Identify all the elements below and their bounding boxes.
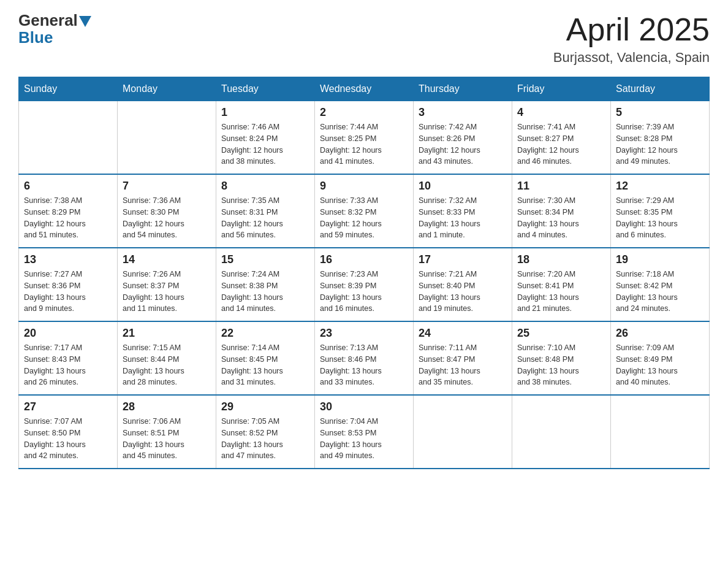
calendar-cell: 4Sunrise: 7:41 AM Sunset: 8:27 PM Daylig… (512, 101, 611, 175)
calendar-cell: 5Sunrise: 7:39 AM Sunset: 8:28 PM Daylig… (611, 101, 710, 175)
day-info: Sunrise: 7:27 AM Sunset: 8:36 PM Dayligh… (24, 269, 112, 315)
day-number: 11 (517, 180, 605, 193)
weekday-header-row: Sunday Monday Tuesday Wednesday Thursday… (19, 77, 710, 101)
title-area: April 2025 Burjassot, Valencia, Spain (553, 12, 710, 66)
day-info: Sunrise: 7:18 AM Sunset: 8:42 PM Dayligh… (616, 269, 704, 315)
day-number: 14 (123, 253, 211, 266)
month-title: April 2025 (553, 12, 710, 47)
day-info: Sunrise: 7:09 AM Sunset: 8:49 PM Dayligh… (616, 342, 704, 388)
day-number: 22 (221, 327, 309, 340)
logo-blue-text: Blue (18, 28, 53, 47)
header-friday: Friday (512, 77, 611, 101)
calendar-cell (611, 395, 710, 469)
day-number: 9 (320, 180, 408, 193)
day-number: 15 (221, 253, 309, 266)
day-info: Sunrise: 7:26 AM Sunset: 8:37 PM Dayligh… (123, 269, 211, 315)
day-number: 10 (419, 180, 507, 193)
day-info: Sunrise: 7:44 AM Sunset: 8:25 PM Dayligh… (320, 121, 408, 167)
day-number: 12 (616, 180, 704, 193)
day-info: Sunrise: 7:04 AM Sunset: 8:53 PM Dayligh… (320, 416, 408, 462)
header-thursday: Thursday (414, 77, 512, 101)
calendar-cell: 6Sunrise: 7:38 AM Sunset: 8:29 PM Daylig… (19, 174, 118, 248)
calendar-cell: 28Sunrise: 7:06 AM Sunset: 8:51 PM Dayli… (118, 395, 216, 469)
day-number: 6 (24, 180, 112, 193)
calendar-cell: 23Sunrise: 7:13 AM Sunset: 8:46 PM Dayli… (315, 321, 414, 395)
day-info: Sunrise: 7:23 AM Sunset: 8:39 PM Dayligh… (320, 269, 408, 315)
header-tuesday: Tuesday (216, 77, 315, 101)
day-number: 17 (419, 253, 507, 266)
calendar-cell: 10Sunrise: 7:32 AM Sunset: 8:33 PM Dayli… (414, 174, 512, 248)
day-number: 1 (221, 106, 309, 119)
day-number: 23 (320, 327, 408, 340)
logo-triangle-icon (79, 16, 91, 27)
day-info: Sunrise: 7:32 AM Sunset: 8:33 PM Dayligh… (419, 195, 507, 241)
calendar-cell: 21Sunrise: 7:15 AM Sunset: 8:44 PM Dayli… (118, 321, 216, 395)
calendar-cell: 1Sunrise: 7:46 AM Sunset: 8:24 PM Daylig… (216, 101, 315, 175)
calendar-cell: 8Sunrise: 7:35 AM Sunset: 8:31 PM Daylig… (216, 174, 315, 248)
day-number: 25 (517, 327, 605, 340)
calendar-cell (118, 101, 216, 175)
calendar-cell: 3Sunrise: 7:42 AM Sunset: 8:26 PM Daylig… (414, 101, 512, 175)
day-info: Sunrise: 7:24 AM Sunset: 8:38 PM Dayligh… (221, 269, 309, 315)
day-info: Sunrise: 7:38 AM Sunset: 8:29 PM Dayligh… (24, 195, 112, 241)
day-number: 21 (123, 327, 211, 340)
day-number: 18 (517, 253, 605, 266)
calendar-week-4: 20Sunrise: 7:17 AM Sunset: 8:43 PM Dayli… (19, 321, 710, 395)
calendar-cell (512, 395, 611, 469)
day-number: 29 (221, 400, 309, 413)
day-number: 3 (419, 106, 507, 119)
calendar-cell: 15Sunrise: 7:24 AM Sunset: 8:38 PM Dayli… (216, 248, 315, 321)
calendar-cell: 12Sunrise: 7:29 AM Sunset: 8:35 PM Dayli… (611, 174, 710, 248)
day-number: 4 (517, 106, 605, 119)
calendar-week-1: 1Sunrise: 7:46 AM Sunset: 8:24 PM Daylig… (19, 101, 710, 175)
calendar-cell: 26Sunrise: 7:09 AM Sunset: 8:49 PM Dayli… (611, 321, 710, 395)
calendar-cell: 14Sunrise: 7:26 AM Sunset: 8:37 PM Dayli… (118, 248, 216, 321)
day-info: Sunrise: 7:05 AM Sunset: 8:52 PM Dayligh… (221, 416, 309, 462)
calendar-week-5: 27Sunrise: 7:07 AM Sunset: 8:50 PM Dayli… (19, 395, 710, 469)
day-info: Sunrise: 7:13 AM Sunset: 8:46 PM Dayligh… (320, 342, 408, 388)
calendar-cell: 18Sunrise: 7:20 AM Sunset: 8:41 PM Dayli… (512, 248, 611, 321)
calendar-week-2: 6Sunrise: 7:38 AM Sunset: 8:29 PM Daylig… (19, 174, 710, 248)
day-number: 8 (221, 180, 309, 193)
header-sunday: Sunday (19, 77, 118, 101)
day-info: Sunrise: 7:46 AM Sunset: 8:24 PM Dayligh… (221, 121, 309, 167)
day-info: Sunrise: 7:33 AM Sunset: 8:32 PM Dayligh… (320, 195, 408, 241)
calendar-cell: 9Sunrise: 7:33 AM Sunset: 8:32 PM Daylig… (315, 174, 414, 248)
calendar-table: Sunday Monday Tuesday Wednesday Thursday… (18, 77, 710, 469)
calendar-cell: 19Sunrise: 7:18 AM Sunset: 8:42 PM Dayli… (611, 248, 710, 321)
day-number: 24 (419, 327, 507, 340)
day-number: 5 (616, 106, 704, 119)
calendar-week-3: 13Sunrise: 7:27 AM Sunset: 8:36 PM Dayli… (19, 248, 710, 321)
day-number: 2 (320, 106, 408, 119)
calendar-cell (414, 395, 512, 469)
header-wednesday: Wednesday (315, 77, 414, 101)
day-info: Sunrise: 7:11 AM Sunset: 8:47 PM Dayligh… (419, 342, 507, 388)
day-info: Sunrise: 7:17 AM Sunset: 8:43 PM Dayligh… (24, 342, 112, 388)
logo: General Blue (18, 12, 93, 47)
calendar-cell: 25Sunrise: 7:10 AM Sunset: 8:48 PM Dayli… (512, 321, 611, 395)
calendar-cell: 13Sunrise: 7:27 AM Sunset: 8:36 PM Dayli… (19, 248, 118, 321)
day-info: Sunrise: 7:42 AM Sunset: 8:26 PM Dayligh… (419, 121, 507, 167)
calendar-cell: 7Sunrise: 7:36 AM Sunset: 8:30 PM Daylig… (118, 174, 216, 248)
day-number: 16 (320, 253, 408, 266)
header-saturday: Saturday (611, 77, 710, 101)
day-info: Sunrise: 7:39 AM Sunset: 8:28 PM Dayligh… (616, 121, 704, 167)
day-info: Sunrise: 7:10 AM Sunset: 8:48 PM Dayligh… (517, 342, 605, 388)
calendar-cell (19, 101, 118, 175)
day-info: Sunrise: 7:29 AM Sunset: 8:35 PM Dayligh… (616, 195, 704, 241)
day-number: 30 (320, 400, 408, 413)
calendar-cell: 24Sunrise: 7:11 AM Sunset: 8:47 PM Dayli… (414, 321, 512, 395)
day-number: 19 (616, 253, 704, 266)
calendar-cell: 22Sunrise: 7:14 AM Sunset: 8:45 PM Dayli… (216, 321, 315, 395)
day-info: Sunrise: 7:15 AM Sunset: 8:44 PM Dayligh… (123, 342, 211, 388)
calendar-cell: 29Sunrise: 7:05 AM Sunset: 8:52 PM Dayli… (216, 395, 315, 469)
day-info: Sunrise: 7:14 AM Sunset: 8:45 PM Dayligh… (221, 342, 309, 388)
location-title: Burjassot, Valencia, Spain (553, 50, 710, 66)
day-number: 28 (123, 400, 211, 413)
page-header: General Blue April 2025 Burjassot, Valen… (18, 12, 710, 66)
calendar-cell: 27Sunrise: 7:07 AM Sunset: 8:50 PM Dayli… (19, 395, 118, 469)
day-info: Sunrise: 7:35 AM Sunset: 8:31 PM Dayligh… (221, 195, 309, 241)
day-number: 13 (24, 253, 112, 266)
day-info: Sunrise: 7:30 AM Sunset: 8:34 PM Dayligh… (517, 195, 605, 241)
day-info: Sunrise: 7:41 AM Sunset: 8:27 PM Dayligh… (517, 121, 605, 167)
